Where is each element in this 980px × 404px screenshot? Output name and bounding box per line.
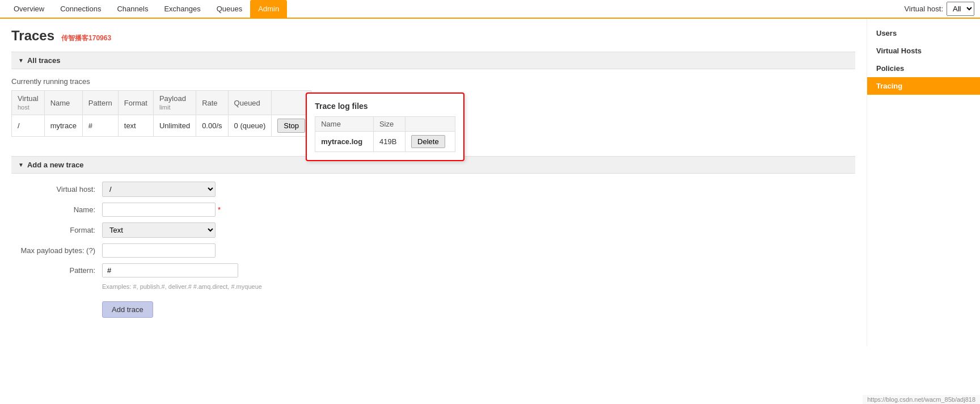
cell-virtual-host: /: [12, 115, 45, 137]
col-pattern: Pattern: [82, 91, 118, 115]
add-trace-label: Add a new trace: [27, 161, 84, 169]
max-payload-input[interactable]: [102, 243, 216, 258]
cell-pattern: #: [82, 115, 118, 137]
col-name: Name: [44, 91, 82, 115]
col-rate: Rate: [196, 91, 228, 115]
log-col-size: Size: [373, 117, 405, 132]
traces-table: Virtualhost Name Pattern Format Payloadl…: [11, 90, 311, 137]
format-form-label: Format:: [11, 226, 102, 234]
stop-button[interactable]: Stop: [277, 119, 305, 133]
trace-log-files-box: Trace log files Name Size: [306, 92, 464, 161]
max-payload-label: Max payload bytes: (?): [11, 246, 102, 255]
watermark: 传智播客170963: [61, 33, 111, 43]
name-row: Name: *: [11, 203, 855, 217]
all-traces-section: ▼ All traces Currently running traces Vi…: [11, 52, 855, 145]
name-input[interactable]: [102, 203, 216, 217]
add-trace-section: ▼ Add a new trace Virtual host: / Name: …: [11, 156, 855, 326]
all-traces-content: Currently running traces Virtualhost Nam…: [11, 69, 855, 145]
pattern-input[interactable]: [102, 263, 238, 277]
main-layout: Traces 传智播客170963 ▼ All traces Currently…: [0, 19, 980, 346]
sidebar-item-policies[interactable]: Policies: [867, 60, 980, 77]
col-payload-limit: Payloadlimit: [153, 91, 196, 115]
log-file-name: mytrace.log: [315, 132, 374, 152]
all-traces-header[interactable]: ▼ All traces: [11, 52, 855, 69]
add-trace-button[interactable]: Add trace: [102, 301, 153, 318]
sidebar-item-users[interactable]: Users: [867, 24, 980, 42]
col-action: [272, 91, 311, 115]
sidebar: Users Virtual Hosts Policies Tracing: [867, 19, 980, 346]
add-trace-content: Virtual host: / Name: * Format: Text: [11, 174, 855, 326]
main-content: Traces 传智播客170963 ▼ All traces Currently…: [0, 19, 867, 346]
table-row: / mytrace # text Unlimited 0.00/s 0 (que…: [12, 115, 311, 137]
col-format: Format: [118, 91, 153, 115]
cell-payload-limit: Unlimited: [153, 115, 196, 137]
all-traces-label: All traces: [27, 56, 61, 65]
log-col-name: Name: [315, 117, 374, 132]
virtual-host-label: Virtual host:: [905, 5, 943, 13]
nav-channels[interactable]: Channels: [109, 0, 156, 18]
log-file-size: 419B: [373, 132, 405, 152]
nav-exchanges[interactable]: Exchanges: [156, 0, 208, 18]
cell-rate: 0.00/s: [196, 115, 228, 137]
col-virtual-host: Virtualhost: [12, 91, 45, 115]
col-queued: Queued: [228, 91, 272, 115]
format-select[interactable]: Text JSON: [102, 222, 216, 238]
nav-overview[interactable]: Overview: [6, 0, 52, 18]
trace-log-table: Name Size mytrace.log: [315, 116, 455, 152]
cell-stop: Stop Trace log files Name: [272, 115, 311, 137]
log-col-action: [405, 117, 455, 132]
cell-format: text: [118, 115, 153, 137]
cell-queued: 0 (queue): [228, 115, 272, 137]
trace-log-title: Trace log files: [315, 102, 455, 111]
top-navigation: Overview Connections Channels Exchanges …: [0, 0, 980, 19]
log-table-row: mytrace.log 419B Delete: [315, 132, 455, 152]
virtual-host-selector: Virtual host: All: [905, 2, 974, 16]
delete-button[interactable]: Delete: [411, 135, 445, 148]
add-trace-arrow: ▼: [18, 162, 24, 168]
pattern-row: Pattern:: [11, 263, 855, 277]
virtual-host-select[interactable]: All: [947, 2, 974, 16]
sidebar-item-virtual-hosts[interactable]: Virtual Hosts: [867, 42, 980, 60]
collapse-arrow: ▼: [18, 57, 24, 64]
max-payload-row: Max payload bytes: (?): [11, 243, 855, 258]
virtual-host-form-label: Virtual host:: [11, 185, 102, 193]
page-title: Traces: [11, 28, 54, 44]
log-file-action: Delete: [405, 132, 455, 152]
virtual-host-row: Virtual host: /: [11, 182, 855, 197]
nav-queues[interactable]: Queues: [209, 0, 251, 18]
pattern-form-label: Pattern:: [11, 266, 102, 275]
nav-admin[interactable]: Admin: [250, 0, 287, 18]
cell-name: mytrace: [44, 115, 82, 137]
required-star: *: [218, 205, 221, 214]
pattern-hint: Examples: #, publish.#, deliver.# #.amq.…: [102, 283, 855, 290]
name-form-label: Name:: [11, 205, 102, 214]
running-traces-label: Currently running traces: [11, 77, 855, 86]
virtual-host-form-select[interactable]: /: [102, 182, 216, 197]
nav-connections[interactable]: Connections: [52, 0, 109, 18]
sidebar-item-tracing[interactable]: Tracing: [867, 77, 980, 95]
format-row: Format: Text JSON: [11, 222, 855, 238]
